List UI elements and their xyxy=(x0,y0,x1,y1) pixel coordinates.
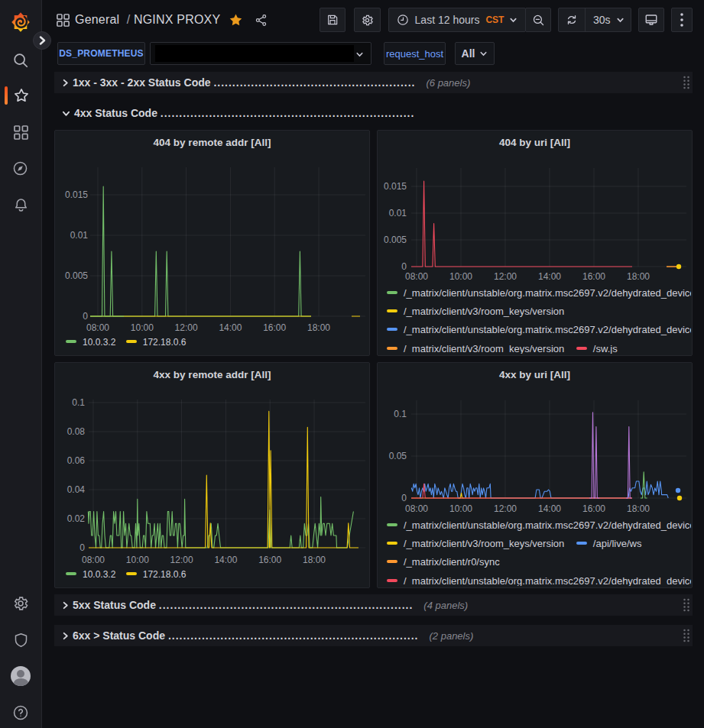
svg-text:0.01: 0.01 xyxy=(70,230,89,241)
svg-text:0.1: 0.1 xyxy=(394,409,407,419)
svg-text:10:00: 10:00 xyxy=(449,503,472,514)
svg-text:0: 0 xyxy=(401,261,407,272)
svg-text:0.015: 0.015 xyxy=(384,181,407,192)
svg-text:0.1: 0.1 xyxy=(72,397,85,408)
svg-text:12:00: 12:00 xyxy=(175,322,198,333)
svg-text:10:00: 10:00 xyxy=(449,271,472,282)
svg-text:18:00: 18:00 xyxy=(303,555,326,565)
svg-text:14:00: 14:00 xyxy=(219,322,242,333)
svg-text:0.08: 0.08 xyxy=(67,426,86,437)
svg-text:08:00: 08:00 xyxy=(82,555,105,565)
svg-text:0: 0 xyxy=(79,542,85,553)
svg-text:12:00: 12:00 xyxy=(494,271,517,282)
svg-text:10:00: 10:00 xyxy=(131,322,154,333)
svg-text:12:00: 12:00 xyxy=(170,555,193,565)
svg-text:18:00: 18:00 xyxy=(307,322,330,333)
svg-text:16:00: 16:00 xyxy=(582,271,605,282)
svg-text:08:00: 08:00 xyxy=(86,322,109,333)
svg-text:0.015: 0.015 xyxy=(65,189,88,200)
svg-text:0: 0 xyxy=(83,311,88,322)
svg-text:14:00: 14:00 xyxy=(538,503,561,514)
svg-text:0.01: 0.01 xyxy=(389,208,407,218)
svg-text:0.04: 0.04 xyxy=(67,484,86,495)
svg-text:0.05: 0.05 xyxy=(389,451,407,461)
svg-text:18:00: 18:00 xyxy=(627,271,650,282)
svg-text:14:00: 14:00 xyxy=(538,271,561,282)
svg-text:0: 0 xyxy=(401,493,407,503)
svg-text:16:00: 16:00 xyxy=(258,555,281,565)
svg-text:16:00: 16:00 xyxy=(582,503,605,514)
svg-text:18:00: 18:00 xyxy=(627,503,650,514)
svg-text:12:00: 12:00 xyxy=(494,503,517,514)
svg-text:0.02: 0.02 xyxy=(67,513,86,524)
svg-text:08:00: 08:00 xyxy=(405,503,428,514)
svg-text:0.005: 0.005 xyxy=(384,235,407,245)
svg-text:0.06: 0.06 xyxy=(67,455,86,466)
svg-text:0.005: 0.005 xyxy=(65,270,88,281)
svg-text:14:00: 14:00 xyxy=(214,555,237,565)
svg-text:08:00: 08:00 xyxy=(405,271,428,282)
svg-text:16:00: 16:00 xyxy=(263,322,286,333)
svg-text:10:00: 10:00 xyxy=(126,555,149,565)
